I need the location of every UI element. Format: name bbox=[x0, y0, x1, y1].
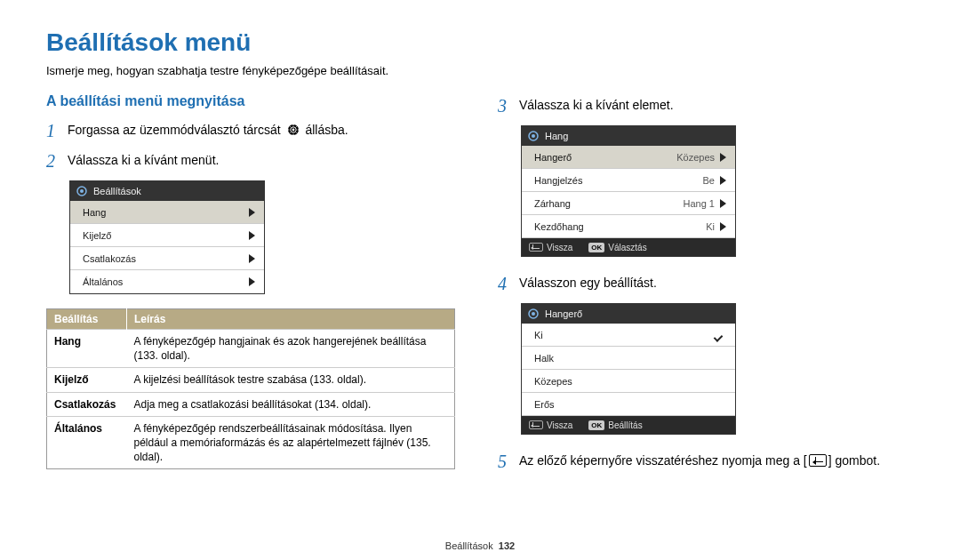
chevron-right-icon bbox=[249, 277, 255, 286]
menu-item-altalanos[interactable]: Általános bbox=[70, 270, 264, 293]
svg-point-14 bbox=[532, 134, 535, 138]
left-column: A beállítási menü megnyitása 1 Forgassa … bbox=[46, 93, 462, 479]
chevron-right-icon bbox=[720, 153, 726, 162]
section-title: A beállítási menü megnyitása bbox=[46, 93, 462, 109]
option-eros[interactable]: Erős bbox=[522, 393, 735, 416]
chevron-right-icon bbox=[720, 222, 726, 231]
svg-point-16 bbox=[532, 312, 535, 316]
step-2: 2 Válassza ki a kívánt menüt. bbox=[46, 148, 462, 173]
gear-icon bbox=[76, 185, 88, 197]
chevron-right-icon bbox=[249, 208, 255, 217]
step-text: Válasszon egy beállítást. bbox=[519, 271, 657, 292]
submenu-item-kezdohang[interactable]: Kezdőhang Ki bbox=[522, 215, 735, 238]
ok-badge: OK bbox=[588, 243, 604, 252]
submenu-item-zarhang[interactable]: Zárhang Hang 1 bbox=[522, 192, 735, 215]
step-4: 4 Válasszon egy beállítást. bbox=[498, 271, 914, 296]
chevron-right-icon bbox=[720, 176, 726, 185]
step-number: 2 bbox=[46, 148, 60, 173]
table-row: Hang A fényképezőgép hangjainak és azok … bbox=[47, 330, 455, 368]
table-row: Csatlakozás Adja meg a csatlakozási beál… bbox=[47, 392, 455, 416]
camera-menu-title: Hangerő bbox=[545, 308, 582, 319]
step-1: 1 Forgassa az üzemmódválasztó tárcsát ál… bbox=[46, 118, 462, 143]
gear-icon bbox=[527, 130, 540, 142]
menu-item-hang[interactable]: Hang bbox=[70, 201, 264, 224]
camera-settings-menu: Beállítások Hang Kijelző Csatlakozás Ált… bbox=[69, 180, 265, 294]
table-header-description: Leírás bbox=[127, 309, 455, 330]
table-row: Kijelző A kijelzési beállítások testre s… bbox=[47, 368, 455, 392]
camera-menu-title: Hang bbox=[545, 131, 568, 141]
step-text: Forgassa az üzemmódválasztó tárcsát bbox=[68, 123, 284, 137]
svg-point-12 bbox=[80, 189, 84, 193]
camera-menu-title: Beállítások bbox=[93, 186, 141, 196]
settings-description-table: Beállítás Leírás Hang A fényképezőgép ha… bbox=[46, 308, 455, 469]
camera-menu-header: Hangerő bbox=[522, 304, 735, 324]
step-text: Az előző képernyőre visszatéréshez nyomj… bbox=[519, 453, 807, 468]
table-row: Általános A fényképezőgép rendszerbeállí… bbox=[47, 416, 455, 469]
step-text: állásba. bbox=[305, 123, 348, 137]
camera-hangero-options: Hangerő Ki Halk Közepes Erős Vissza OKBe… bbox=[521, 303, 736, 435]
mode-dial-icon bbox=[286, 123, 300, 137]
step-3: 3 Válassza ki a kívánt elemet. bbox=[498, 93, 914, 118]
chevron-right-icon bbox=[249, 254, 255, 263]
submenu-item-hangero[interactable]: Hangerő Közepes bbox=[522, 146, 735, 169]
camera-menu-footer: Vissza OKVálasztás bbox=[522, 238, 735, 256]
ok-badge: OK bbox=[588, 420, 604, 430]
option-ki[interactable]: Ki bbox=[522, 324, 735, 347]
submenu-item-hangjelzes[interactable]: Hangjelzés Be bbox=[522, 169, 735, 192]
page-subtitle: Ismerje meg, hogyan szabhatja testre fén… bbox=[46, 64, 914, 77]
gear-icon bbox=[527, 308, 540, 320]
page-title: Beállítások menü bbox=[46, 28, 914, 57]
menu-item-kijelzo[interactable]: Kijelző bbox=[70, 224, 264, 247]
step-5: 5 Az előző képernyőre visszatéréshez nyo… bbox=[498, 449, 914, 474]
camera-hang-submenu: Hang Hangerő Közepes Hangjelzés Be Zárha… bbox=[521, 125, 736, 257]
back-icon bbox=[529, 243, 543, 252]
chevron-right-icon bbox=[720, 199, 726, 208]
camera-menu-header: Beállítások bbox=[70, 181, 264, 201]
step-text: Válassza ki a kívánt elemet. bbox=[519, 93, 674, 115]
menu-item-csatlakozas[interactable]: Csatlakozás bbox=[70, 247, 264, 270]
option-kozepes[interactable]: Közepes bbox=[522, 370, 735, 393]
page-footer: Beállítások 132 bbox=[0, 540, 960, 551]
step-number: 1 bbox=[46, 118, 60, 143]
check-icon bbox=[716, 331, 726, 339]
svg-point-2 bbox=[292, 129, 294, 132]
option-halk[interactable]: Halk bbox=[522, 347, 735, 370]
camera-menu-header: Hang bbox=[522, 126, 735, 146]
table-header-setting: Beállítás bbox=[47, 309, 127, 330]
camera-menu-footer: Vissza OKBeállítás bbox=[522, 416, 735, 434]
chevron-right-icon bbox=[249, 231, 255, 240]
step-text: Válassza ki a kívánt menüt. bbox=[68, 148, 219, 170]
return-button-icon bbox=[809, 454, 827, 467]
step-number: 5 bbox=[498, 449, 512, 474]
step-number: 3 bbox=[498, 93, 512, 118]
step-text: ] gombot. bbox=[828, 453, 880, 468]
right-column: 3 Válassza ki a kívánt elemet. Hang Hang… bbox=[498, 93, 914, 479]
step-number: 4 bbox=[498, 271, 512, 296]
back-icon bbox=[529, 420, 543, 429]
